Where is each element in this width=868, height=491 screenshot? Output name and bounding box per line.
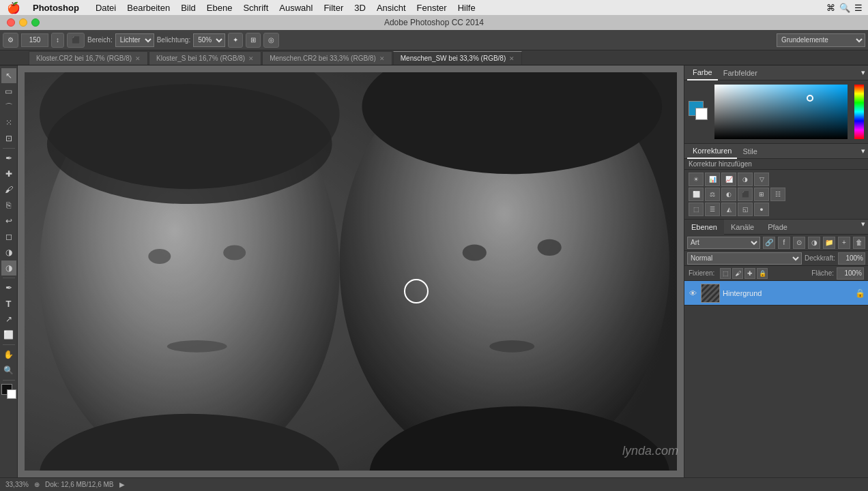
corr-vibrance-btn[interactable]: ▽ xyxy=(754,173,769,186)
tab-2[interactable]: Menschen.CR2 bei 33,3% (RGB/8) ✕ xyxy=(262,51,392,65)
layer-group-btn[interactable]: 📁 xyxy=(823,237,835,249)
menu-bearbeiten[interactable]: Bearbeiten xyxy=(121,0,175,15)
corr-brightness-btn[interactable]: ☀ xyxy=(689,173,704,186)
select-rect-tool[interactable]: ▭ xyxy=(1,84,16,99)
color-swatches[interactable] xyxy=(1,384,16,399)
close-button[interactable] xyxy=(7,18,15,27)
background-color-swatch[interactable] xyxy=(695,108,708,120)
corrections-collapse[interactable]: ▾ xyxy=(861,147,865,155)
tab-pfade[interactable]: Pfade xyxy=(761,220,794,235)
corr-levels-btn[interactable]: 📊 xyxy=(705,173,720,186)
corr-hsl-btn[interactable]: ⬜ xyxy=(689,188,704,201)
brush-size-btn[interactable]: ↕ xyxy=(51,33,64,48)
corr-threshold-btn[interactable]: ◭ xyxy=(721,203,736,216)
fix-all-btn[interactable]: 🔒 xyxy=(757,268,768,279)
airbrush-btn[interactable]: ✦ xyxy=(228,33,243,48)
dodge-tool[interactable]: ◑ xyxy=(1,261,16,276)
pen-tool[interactable]: ✒ xyxy=(1,280,16,295)
deckkraft-input[interactable] xyxy=(838,252,865,265)
color-gradient-picker[interactable] xyxy=(714,85,848,139)
tab-1[interactable]: Kloster_S bei 16,7% (RGB/8) ✕ xyxy=(149,51,261,65)
workspace-select[interactable]: Grundelemente xyxy=(777,33,865,47)
photo-canvas[interactable] xyxy=(25,72,677,471)
tab-3[interactable]: Menschen_SW bei 33,3% (RGB/8) ✕ xyxy=(393,51,523,65)
layer-type-select[interactable]: Art xyxy=(687,237,760,249)
bereich-select[interactable]: Lichter xyxy=(115,33,154,47)
delete-layer-btn[interactable]: 🗑 xyxy=(853,237,865,249)
history-brush-tool[interactable]: ↩ xyxy=(1,213,16,228)
adjustment-layer-btn[interactable]: ◑ xyxy=(808,237,820,249)
options-btn2[interactable]: ⊞ xyxy=(246,33,261,48)
tab-0[interactable]: Kloster.CR2 bei 16,7% (RGB/8) ✕ xyxy=(29,51,148,65)
brush-tool[interactable]: 🖌 xyxy=(1,182,16,197)
tab-kanale[interactable]: Kanäle xyxy=(724,220,761,235)
move-tool[interactable]: ↖ xyxy=(1,68,16,83)
layers-panel-collapse[interactable]: ▾ xyxy=(861,220,865,234)
options-btn3[interactable]: ◎ xyxy=(263,33,279,48)
tab-1-close[interactable]: ✕ xyxy=(248,55,254,62)
menu-auswahl[interactable]: Auswahl xyxy=(274,0,318,15)
corr-selective-color-btn[interactable]: ● xyxy=(754,203,769,216)
quick-select-tool[interactable]: ⁙ xyxy=(1,115,16,130)
crop-tool[interactable]: ⊡ xyxy=(1,131,16,146)
new-layer-btn[interactable]: + xyxy=(838,237,850,249)
gradient-tool[interactable]: ◑ xyxy=(1,245,16,260)
history-state-btn[interactable]: ▶ xyxy=(119,481,125,488)
corr-posterize-btn[interactable]: ☰ xyxy=(705,203,720,216)
tab-ebenen[interactable]: Ebenen xyxy=(684,220,724,235)
shape-tool[interactable]: ⬜ xyxy=(1,327,16,342)
menu-hilfe[interactable]: Hilfe xyxy=(452,0,481,15)
hue-slider[interactable] xyxy=(854,85,864,139)
blend-mode-select[interactable]: Normal xyxy=(687,252,802,265)
maximize-button[interactable] xyxy=(31,18,40,27)
layer-item-hintergrund[interactable]: 👁 Hintergrund 🔒 xyxy=(684,281,868,306)
fix-move-btn[interactable]: ✚ xyxy=(744,268,755,279)
eyedropper-tool[interactable]: ✒ xyxy=(1,151,16,166)
minimize-button[interactable] xyxy=(19,18,27,27)
corr-invert-btn[interactable]: ⬚ xyxy=(689,203,704,216)
menu-fenster[interactable]: Fenster xyxy=(411,0,452,15)
fix-paint-btn[interactable]: 🖌 xyxy=(732,268,743,279)
apple-menu[interactable]: 🍎 xyxy=(0,1,27,14)
layer-style-btn[interactable]: f xyxy=(778,237,790,249)
corr-gradient-map-btn[interactable]: ◱ xyxy=(738,203,753,216)
tool-icon2[interactable]: ⬛ xyxy=(67,33,85,48)
corr-color-lookup-btn[interactable]: ☷ xyxy=(770,188,785,201)
menu-filter[interactable]: Filter xyxy=(318,0,349,15)
text-tool[interactable]: T xyxy=(1,296,16,311)
menu-bild[interactable]: Bild xyxy=(175,0,201,15)
tab-3-close[interactable]: ✕ xyxy=(509,55,515,62)
link-layers-btn[interactable]: 🔗 xyxy=(763,237,775,249)
menu-schrift[interactable]: Schrift xyxy=(237,0,274,15)
corr-colorbalance-btn[interactable]: ⚖ xyxy=(705,188,720,201)
belichtung-select[interactable]: 50% xyxy=(193,33,225,47)
heal-tool[interactable]: ✚ xyxy=(1,166,16,181)
layer-mask-btn[interactable]: ⊙ xyxy=(793,237,805,249)
layer-visibility-toggle[interactable]: 👁 xyxy=(687,288,698,299)
corr-photo-filter-btn[interactable]: ⬛ xyxy=(738,188,753,201)
corr-curves-btn[interactable]: 📈 xyxy=(721,173,736,186)
tab-farbe[interactable]: Farbe xyxy=(687,65,718,80)
flache-input[interactable] xyxy=(837,267,864,280)
tab-korrekturen[interactable]: Korrekturen xyxy=(687,144,737,159)
eraser-tool[interactable]: ◻ xyxy=(1,229,16,244)
fix-transparent-btn[interactable]: ⬚ xyxy=(720,268,731,279)
corr-channel-mixer-btn[interactable]: ⊞ xyxy=(754,188,769,201)
menu-datei[interactable]: Datei xyxy=(90,0,121,15)
color-panel-collapse[interactable]: ▾ xyxy=(861,68,865,77)
path-select-tool[interactable]: ↗ xyxy=(1,312,16,327)
tab-2-close[interactable]: ✕ xyxy=(379,55,385,62)
brush-size-input[interactable] xyxy=(21,33,48,47)
lasso-tool[interactable]: ⌒ xyxy=(1,100,16,115)
tab-stile[interactable]: Stile xyxy=(737,144,762,159)
clone-tool[interactable]: ⎘ xyxy=(1,198,16,213)
app-name[interactable]: Photoshop xyxy=(27,0,85,15)
hand-tool[interactable]: ✋ xyxy=(1,347,16,362)
tab-farbfelder[interactable]: Farbfelder xyxy=(718,65,763,80)
zoom-tool[interactable]: 🔍 xyxy=(1,363,16,378)
menu-ebene[interactable]: Ebene xyxy=(201,0,238,15)
tab-0-close[interactable]: ✕ xyxy=(135,55,141,62)
menu-ansicht[interactable]: Ansicht xyxy=(371,0,411,15)
corr-bw-btn[interactable]: ◐ xyxy=(721,188,736,201)
menu-3d[interactable]: 3D xyxy=(349,0,371,15)
